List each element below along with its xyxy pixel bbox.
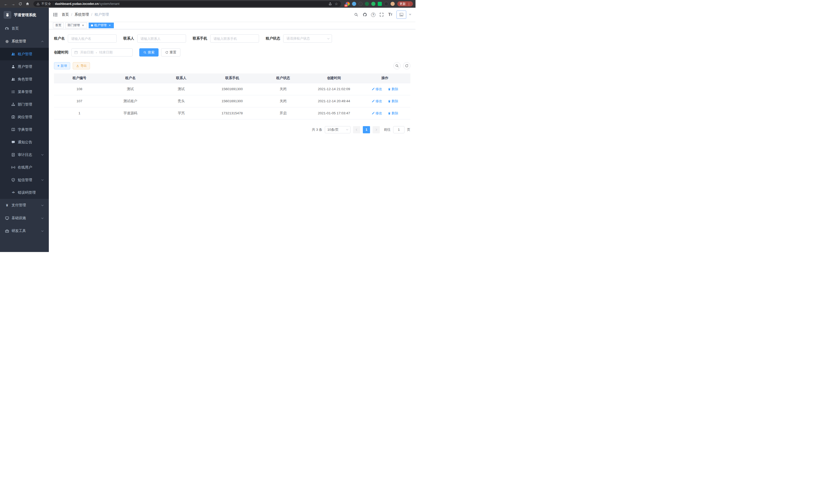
search-button[interactable]: 搜索 <box>139 48 159 57</box>
bookmark-star-icon[interactable]: ☆ <box>335 2 338 6</box>
github-icon[interactable] <box>362 12 368 17</box>
sidebar-group-system-management[interactable]: 系统管理 <box>0 35 49 48</box>
extension-icon[interactable] <box>365 2 369 6</box>
cell-phone: 15601691300 <box>207 95 257 107</box>
tags-view: 首页 部门管理 × 租户管理 × <box>49 22 416 29</box>
tag-home[interactable]: 首页 <box>53 23 64 28</box>
sidebar-item-menu-management[interactable]: 菜单管理 <box>0 86 49 98</box>
tag-dept-management[interactable]: 部门管理 × <box>65 23 87 28</box>
sidebar-group-payment[interactable]: ¥ 支付管理 <box>0 199 49 212</box>
extension-icon[interactable] <box>371 2 375 6</box>
sidebar-item-online-users[interactable]: 在线用户 <box>0 161 49 174</box>
reset-button[interactable]: 重置 <box>161 48 180 57</box>
sidebar-item-post-management[interactable]: 岗位管理 <box>0 111 49 123</box>
profile-avatar-icon[interactable] <box>391 2 395 6</box>
page-size-select[interactable]: 10条/页 <box>325 126 350 133</box>
browser-home-button[interactable] <box>24 1 31 7</box>
fullscreen-icon[interactable] <box>379 12 384 17</box>
search-icon[interactable] <box>353 12 359 17</box>
sidebar-item-role-management[interactable]: 角色管理 <box>0 73 49 86</box>
extension-icon[interactable] <box>378 2 382 6</box>
edit-button[interactable]: 修改 <box>372 99 382 103</box>
sidebar-group-sms-management[interactable]: 短信管理 <box>0 174 49 186</box>
delete-button[interactable]: 删除 <box>388 111 398 116</box>
browser-back-button[interactable]: ← <box>3 1 9 7</box>
sidebar-collapse-icon[interactable] <box>53 12 58 17</box>
user-avatar[interactable] <box>397 10 406 19</box>
table-refresh-button[interactable] <box>403 62 410 69</box>
tag-label: 租户管理 <box>94 23 107 28</box>
update-label: 更新 <box>400 2 406 6</box>
edit-button[interactable]: 修改 <box>372 87 382 91</box>
table-row: 107 测试租户 秃头 15601691300 关闭 2021-12-14 20… <box>54 95 410 107</box>
announcement-icon <box>11 140 15 144</box>
add-button[interactable]: + 新增 <box>54 62 70 69</box>
browser-update-button[interactable]: 更新 ⋮ <box>397 1 413 6</box>
yen-icon: ¥ <box>5 203 9 207</box>
app-logo[interactable]: 芋道管理系统 <box>0 8 49 22</box>
url-domain: dashboard.yudao.iocoder.cn <box>55 2 99 6</box>
filter-row-2: 创建时间 开始日期 - 结束日期 搜索 重置 <box>54 48 410 57</box>
edit-button[interactable]: 修改 <box>372 111 382 116</box>
sidebar-item-user-management[interactable]: 用户管理 <box>0 60 49 73</box>
sidebar-item-home[interactable]: 首页 <box>0 22 49 35</box>
browser-forward-button[interactable]: → <box>10 1 17 7</box>
chevron-down-icon <box>41 153 44 155</box>
delete-button[interactable]: 删除 <box>388 99 398 103</box>
tag-close-icon[interactable]: × <box>81 24 85 27</box>
sidebar-group-label: 支付管理 <box>11 203 26 208</box>
prev-page-button[interactable] <box>353 126 360 133</box>
sidebar-group-infrastructure[interactable]: 基础设施 <box>0 212 49 225</box>
chevron-down-icon <box>346 128 348 130</box>
sidebar-item-label: 短信管理 <box>18 178 32 182</box>
contact-input[interactable] <box>137 34 186 42</box>
cell-id: 108 <box>54 83 105 95</box>
sidebar-item-tenant-management[interactable]: 租户管理 <box>0 48 49 60</box>
tenant-name-label: 租户名 <box>54 36 65 41</box>
next-page-button[interactable] <box>373 126 380 133</box>
dashboard-icon <box>5 27 9 31</box>
tenant-name-input[interactable] <box>68 34 117 42</box>
tag-label: 首页 <box>55 23 61 28</box>
extensions-area: 10 <box>344 2 397 6</box>
badge-icon <box>11 115 15 119</box>
tag-tenant-management[interactable]: 租户管理 × <box>89 23 114 28</box>
browser-reload-button[interactable] <box>17 1 24 7</box>
sidebar-group-audit-log[interactable]: 审计日志 <box>0 148 49 161</box>
sidebar-item-label: 菜单管理 <box>18 90 32 94</box>
breadcrumb-system[interactable]: 系统管理 <box>75 12 89 17</box>
system-submenu: 租户管理 用户管理 角色管理 菜单管理 部门管理 <box>0 48 49 199</box>
browser-menu-icon[interactable]: ⋮ <box>407 2 411 6</box>
logo-image <box>4 11 11 19</box>
monitor-icon <box>5 216 9 220</box>
share-icon[interactable] <box>327 1 333 7</box>
goto-page-input[interactable] <box>393 126 404 133</box>
org-tree-icon <box>11 102 15 106</box>
cell-actions: 修改 删除 <box>360 95 410 107</box>
column-header-id: 租户编号 <box>54 73 105 83</box>
extension-icon[interactable]: 10 <box>346 2 350 6</box>
sidebar-item-notice[interactable]: 通知公告 <box>0 136 49 148</box>
phone-input[interactable] <box>210 34 259 42</box>
extension-icon[interactable] <box>384 2 388 6</box>
page-number-button[interactable]: 1 <box>363 126 370 133</box>
extension-icon[interactable] <box>352 2 356 6</box>
breadcrumb-home[interactable]: 首页 <box>62 12 69 17</box>
create-time-range-picker[interactable]: 开始日期 - 结束日期 <box>71 48 133 57</box>
tenant-status-select[interactable]: 请选择租户状态 <box>283 34 332 42</box>
caret-down-icon[interactable] <box>409 14 411 16</box>
delete-button[interactable]: 删除 <box>388 87 398 91</box>
app-title: 芋道管理系统 <box>14 12 36 18</box>
url-bar[interactable]: 不安全 dashboard.yudao.iocoder.cn/system/te… <box>33 1 341 7</box>
export-button[interactable]: 导出 <box>73 62 90 69</box>
sidebar-item-error-code-management[interactable]: </> 错误码管理 <box>0 186 49 199</box>
font-size-icon[interactable]: TT <box>388 12 393 17</box>
toggle-search-button[interactable] <box>393 62 401 69</box>
sidebar-item-dept-management[interactable]: 部门管理 <box>0 98 49 111</box>
tag-close-icon[interactable]: × <box>108 24 112 27</box>
sidebar-group-devtools[interactable]: 研发工具 <box>0 225 49 237</box>
extension-icon[interactable] <box>359 2 363 6</box>
cell-id: 107 <box>54 95 105 107</box>
help-icon[interactable]: ? <box>371 12 375 17</box>
sidebar-item-dict-management[interactable]: 字典管理 <box>0 123 49 136</box>
